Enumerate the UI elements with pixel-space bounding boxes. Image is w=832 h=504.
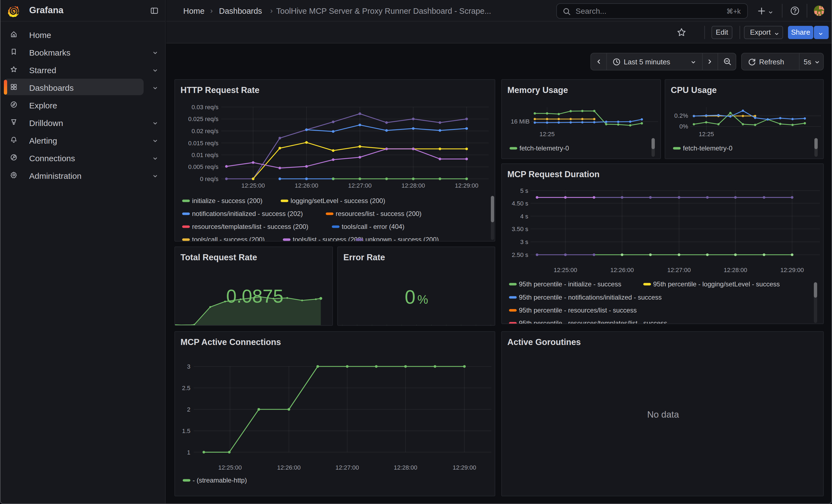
svg-text:1: 1 [187, 449, 190, 456]
svg-text:Active Goroutines: Active Goroutines [508, 337, 581, 347]
svg-text:0.01 req/s: 0.01 req/s [191, 152, 218, 158]
svg-text:0.02 req/s: 0.02 req/s [191, 128, 218, 135]
svg-text:0.03 req/s: 0.03 req/s [191, 104, 218, 111]
svg-text:12:26:00: 12:26:00 [295, 182, 318, 189]
svg-text:resources/list - success (200): resources/list - success (200) [336, 210, 421, 217]
svg-text:fetch-telemetry-0: fetch-telemetry-0 [683, 144, 732, 152]
svg-text:0%: 0% [679, 123, 688, 130]
svg-text:12:29:00: 12:29:00 [780, 267, 804, 273]
svg-text:95th percentile - resources/li: 95th percentile - resources/list - succe… [519, 307, 636, 314]
svg-text:12:28:00: 12:28:00 [401, 182, 425, 189]
svg-text:12:25:00: 12:25:00 [553, 267, 577, 273]
svg-text:tools/call - success (200): tools/call - success (200) [192, 236, 265, 242]
svg-text:12:25: 12:25 [699, 131, 714, 137]
svg-text:3 s: 3 s [520, 239, 528, 245]
svg-text:notifications/initialized - su: notifications/initialized - success (202… [192, 210, 303, 217]
svg-text:0: 0 [405, 286, 415, 308]
svg-text:12:27:00: 12:27:00 [667, 267, 691, 273]
svg-text:0.015 req/s: 0.015 req/s [188, 140, 218, 147]
svg-text:0.0875: 0.0875 [226, 286, 283, 307]
svg-text:0.005 req/s: 0.005 req/s [188, 163, 218, 170]
svg-text:resources/templates/list - suc: resources/templates/list - success (200) [192, 223, 308, 230]
svg-text:CPU Usage: CPU Usage [671, 85, 717, 95]
svg-text:Total Request Rate: Total Request Rate [181, 253, 257, 262]
svg-text:Error Rate: Error Rate [343, 253, 385, 262]
svg-text:unknown - success (200): unknown - success (200) [365, 236, 439, 242]
svg-text:%: % [417, 293, 428, 306]
svg-text:4 s: 4 s [520, 213, 528, 220]
svg-text:2.50 s: 2.50 s [512, 251, 528, 258]
svg-text:HTTP Request Rate: HTTP Request Rate [181, 85, 259, 95]
svg-text:initialize - success (200): initialize - success (200) [192, 197, 262, 205]
svg-text:1.5: 1.5 [182, 427, 190, 434]
svg-text:12:25:00: 12:25:00 [241, 182, 265, 189]
svg-text:12:26:00: 12:26:00 [277, 464, 301, 471]
svg-text:2.5: 2.5 [182, 384, 190, 392]
svg-text:12:25: 12:25 [540, 131, 555, 137]
svg-text:12:25:00: 12:25:00 [218, 464, 242, 471]
svg-text:Memory Usage: Memory Usage [508, 85, 568, 95]
svg-text:0.2%: 0.2% [674, 112, 688, 119]
svg-text:3: 3 [187, 363, 190, 370]
svg-text:0.025 req/s: 0.025 req/s [188, 115, 218, 123]
svg-text:MCP Active Connections: MCP Active Connections [181, 337, 281, 347]
svg-text:No data: No data [647, 409, 679, 420]
svg-text:5 s: 5 s [520, 187, 528, 194]
svg-text:- (streamable-http): - (streamable-http) [192, 477, 247, 484]
svg-text:12:28:00: 12:28:00 [724, 267, 747, 273]
svg-text:tools/list - success (200): tools/list - success (200) [293, 236, 363, 242]
svg-text:95th percentile - logging/setL: 95th percentile - logging/setLevel - suc… [653, 280, 780, 288]
svg-text:3.50 s: 3.50 s [512, 226, 528, 233]
svg-text:MCP Request Duration: MCP Request Duration [508, 169, 599, 179]
svg-text:95th percentile - notification: 95th percentile - notifications/initiali… [519, 294, 662, 301]
svg-text:12:26:00: 12:26:00 [610, 267, 634, 273]
svg-text:tools/call - error (404): tools/call - error (404) [342, 223, 405, 230]
svg-text:fetch-telemetry-0: fetch-telemetry-0 [519, 144, 569, 152]
svg-text:95th percentile - resources/te: 95th percentile - resources/templates/li… [519, 319, 667, 324]
svg-text:12:29:00: 12:29:00 [455, 182, 478, 189]
svg-text:95th percentile - initialize -: 95th percentile - initialize - success [519, 280, 621, 288]
svg-text:4.50 s: 4.50 s [512, 200, 528, 207]
svg-text:12:28:00: 12:28:00 [394, 464, 417, 471]
svg-text:12:27:00: 12:27:00 [348, 182, 372, 189]
svg-text:12:27:00: 12:27:00 [335, 464, 359, 471]
svg-text:12:29:00: 12:29:00 [452, 464, 476, 471]
svg-text:logging/setLevel - success (20: logging/setLevel - success (200) [290, 197, 385, 205]
svg-text:2: 2 [187, 406, 190, 413]
svg-text:0 req/s: 0 req/s [200, 176, 218, 182]
svg-text:16 MiB: 16 MiB [511, 118, 530, 125]
